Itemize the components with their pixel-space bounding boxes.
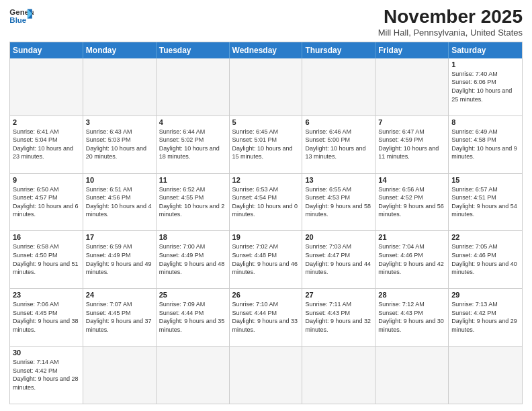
empty-cell [375, 58, 449, 116]
sun-info: Sunrise: 7:11 AMSunset: 4:43 PMDaylight:… [305, 300, 372, 334]
calendar: SundayMondayTuesdayWednesdayThursdayFrid… [9, 42, 523, 404]
day-number: 3 [86, 118, 153, 126]
logo: General Blue [9, 7, 34, 27]
day-header-friday: Friday [375, 42, 449, 58]
day-cell-19: 19Sunrise: 7:02 AMSunset: 4:48 PMDayligh… [230, 231, 303, 288]
day-cell-26: 26Sunrise: 7:10 AMSunset: 4:44 PMDayligh… [230, 289, 303, 346]
week-row-0: 1Sunrise: 7:40 AMSunset: 6:06 PMDaylight… [10, 58, 522, 116]
sun-info: Sunrise: 6:59 AMSunset: 4:49 PMDaylight:… [86, 242, 153, 276]
day-number: 9 [13, 176, 80, 184]
sun-info: Sunrise: 6:52 AMSunset: 4:55 PMDaylight:… [159, 185, 226, 219]
sun-info: Sunrise: 6:50 AMSunset: 4:57 PMDaylight:… [13, 185, 80, 219]
day-number: 12 [232, 176, 300, 184]
sun-info: Sunrise: 6:41 AMSunset: 5:04 PMDaylight:… [13, 128, 80, 161]
empty-cell [157, 347, 230, 404]
sun-info: Sunrise: 6:44 AMSunset: 5:02 PMDaylight:… [159, 128, 226, 161]
sun-info: Sunrise: 7:40 AMSunset: 6:06 PMDaylight:… [451, 70, 519, 103]
day-cell-4: 4Sunrise: 6:44 AMSunset: 5:02 PMDaylight… [157, 116, 230, 173]
sun-info: Sunrise: 7:06 AMSunset: 4:45 PMDaylight:… [13, 300, 80, 334]
day-cell-20: 20Sunrise: 7:03 AMSunset: 4:47 PMDayligh… [302, 231, 375, 288]
week-row-3: 16Sunrise: 6:58 AMSunset: 4:50 PMDayligh… [10, 230, 522, 288]
day-number: 16 [13, 233, 80, 241]
day-cell-22: 22Sunrise: 7:05 AMSunset: 4:46 PMDayligh… [449, 231, 522, 288]
sun-info: Sunrise: 6:43 AMSunset: 5:03 PMDaylight:… [86, 128, 153, 161]
day-number: 5 [232, 118, 300, 126]
day-cell-27: 27Sunrise: 7:11 AMSunset: 4:43 PMDayligh… [302, 289, 375, 346]
sun-info: Sunrise: 6:56 AMSunset: 4:52 PMDaylight:… [378, 185, 445, 219]
day-number: 21 [378, 233, 445, 241]
day-number: 13 [305, 176, 372, 184]
day-cell-7: 7Sunrise: 6:47 AMSunset: 4:59 PMDaylight… [375, 116, 449, 173]
sun-info: Sunrise: 7:05 AMSunset: 4:46 PMDaylight:… [451, 242, 519, 276]
calendar-header: SundayMondayTuesdayWednesdayThursdayFrid… [10, 42, 522, 58]
day-cell-1: 1Sunrise: 7:40 AMSunset: 6:06 PMDaylight… [449, 58, 522, 116]
day-cell-9: 9Sunrise: 6:50 AMSunset: 4:57 PMDaylight… [10, 174, 83, 231]
sun-info: Sunrise: 7:04 AMSunset: 4:46 PMDaylight:… [378, 242, 445, 276]
sun-info: Sunrise: 7:09 AMSunset: 4:44 PMDaylight:… [159, 300, 226, 334]
day-number: 6 [305, 118, 372, 126]
sun-info: Sunrise: 7:00 AMSunset: 4:49 PMDaylight:… [159, 242, 226, 276]
day-cell-15: 15Sunrise: 6:57 AMSunset: 4:51 PMDayligh… [449, 174, 522, 231]
day-cell-25: 25Sunrise: 7:09 AMSunset: 4:44 PMDayligh… [157, 289, 230, 346]
day-number: 26 [232, 291, 300, 299]
empty-cell [449, 347, 522, 404]
day-header-sunday: Sunday [10, 42, 83, 58]
sun-info: Sunrise: 7:03 AMSunset: 4:47 PMDaylight:… [305, 242, 372, 276]
sun-info: Sunrise: 6:53 AMSunset: 4:54 PMDaylight:… [232, 185, 300, 219]
day-number: 15 [451, 176, 519, 184]
day-cell-28: 28Sunrise: 7:12 AMSunset: 4:43 PMDayligh… [375, 289, 449, 346]
sun-info: Sunrise: 6:55 AMSunset: 4:53 PMDaylight:… [305, 185, 372, 219]
day-cell-16: 16Sunrise: 6:58 AMSunset: 4:50 PMDayligh… [10, 231, 83, 288]
sun-info: Sunrise: 7:12 AMSunset: 4:43 PMDaylight:… [378, 300, 445, 334]
day-cell-29: 29Sunrise: 7:13 AMSunset: 4:42 PMDayligh… [449, 289, 522, 346]
sun-info: Sunrise: 6:45 AMSunset: 5:01 PMDaylight:… [232, 128, 300, 161]
sun-info: Sunrise: 7:13 AMSunset: 4:42 PMDaylight:… [451, 300, 519, 334]
day-number: 27 [305, 291, 372, 299]
empty-cell [83, 347, 157, 404]
day-number: 23 [13, 291, 80, 299]
day-cell-2: 2Sunrise: 6:41 AMSunset: 5:04 PMDaylight… [10, 116, 83, 173]
sun-info: Sunrise: 6:57 AMSunset: 4:51 PMDaylight:… [451, 185, 519, 219]
day-number: 10 [86, 176, 153, 184]
sun-info: Sunrise: 7:10 AMSunset: 4:44 PMDaylight:… [232, 300, 300, 334]
day-number: 18 [159, 233, 226, 241]
week-row-5: 30Sunrise: 7:14 AMSunset: 4:42 PMDayligh… [10, 346, 522, 404]
day-number: 2 [13, 118, 80, 126]
week-row-2: 9Sunrise: 6:50 AMSunset: 4:57 PMDaylight… [10, 173, 522, 231]
sun-info: Sunrise: 7:07 AMSunset: 4:45 PMDaylight:… [86, 300, 153, 334]
day-cell-17: 17Sunrise: 6:59 AMSunset: 4:49 PMDayligh… [83, 231, 157, 288]
day-cell-23: 23Sunrise: 7:06 AMSunset: 4:45 PMDayligh… [10, 289, 83, 346]
day-cell-10: 10Sunrise: 6:51 AMSunset: 4:56 PMDayligh… [83, 174, 157, 231]
calendar-body: 1Sunrise: 7:40 AMSunset: 6:06 PMDaylight… [10, 58, 522, 404]
day-cell-6: 6Sunrise: 6:46 AMSunset: 5:00 PMDaylight… [302, 116, 375, 173]
day-number: 4 [159, 118, 226, 126]
day-cell-11: 11Sunrise: 6:52 AMSunset: 4:55 PMDayligh… [157, 174, 230, 231]
day-cell-14: 14Sunrise: 6:56 AMSunset: 4:52 PMDayligh… [375, 174, 449, 231]
day-header-tuesday: Tuesday [157, 42, 230, 58]
sun-info: Sunrise: 7:02 AMSunset: 4:48 PMDaylight:… [232, 242, 300, 276]
logo-icon: General Blue [9, 7, 34, 27]
day-number: 1 [451, 60, 519, 68]
day-header-wednesday: Wednesday [230, 42, 303, 58]
sun-info: Sunrise: 6:49 AMSunset: 4:58 PMDaylight:… [451, 128, 519, 161]
sun-info: Sunrise: 6:51 AMSunset: 4:56 PMDaylight:… [86, 185, 153, 219]
location: Mill Hall, Pennsylvania, United States [378, 28, 523, 38]
day-cell-24: 24Sunrise: 7:07 AMSunset: 4:45 PMDayligh… [83, 289, 157, 346]
week-row-4: 23Sunrise: 7:06 AMSunset: 4:45 PMDayligh… [10, 288, 522, 346]
sun-info: Sunrise: 6:46 AMSunset: 5:00 PMDaylight:… [305, 128, 372, 161]
day-number: 19 [232, 233, 300, 241]
week-row-1: 2Sunrise: 6:41 AMSunset: 5:04 PMDaylight… [10, 116, 522, 173]
empty-cell [375, 347, 449, 404]
day-cell-30: 30Sunrise: 7:14 AMSunset: 4:42 PMDayligh… [10, 347, 83, 404]
day-header-saturday: Saturday [449, 42, 522, 58]
day-number: 7 [378, 118, 445, 126]
day-number: 14 [378, 176, 445, 184]
svg-text:Blue: Blue [9, 16, 26, 24]
day-cell-21: 21Sunrise: 7:04 AMSunset: 4:46 PMDayligh… [375, 231, 449, 288]
day-number: 17 [86, 233, 153, 241]
day-header-thursday: Thursday [302, 42, 375, 58]
header: General Blue November 2025 Mill Hall, Pe… [9, 7, 523, 38]
day-cell-8: 8Sunrise: 6:49 AMSunset: 4:58 PMDaylight… [449, 116, 522, 173]
day-cell-12: 12Sunrise: 6:53 AMSunset: 4:54 PMDayligh… [230, 174, 303, 231]
day-cell-13: 13Sunrise: 6:55 AMSunset: 4:53 PMDayligh… [302, 174, 375, 231]
